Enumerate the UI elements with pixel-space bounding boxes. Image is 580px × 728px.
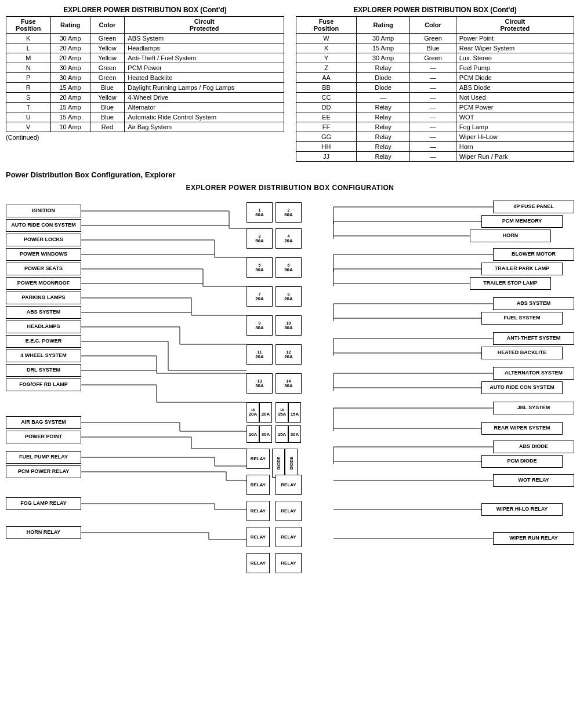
table-row: AADiode—PCM Diode (296, 73, 574, 83)
table-row: ZRelay—Fuel Pump (296, 63, 574, 73)
table-row: V10 AmpRedAir Bag System (6, 122, 284, 132)
fuse-4: 420A (276, 228, 302, 249)
table-row: FFRelay—Fog Lamp (296, 122, 574, 132)
fuse-r3: 15A (276, 425, 288, 443)
label-horn-relay: HORN RELAY (6, 526, 81, 539)
left-col-rating: Rating (50, 17, 90, 34)
fuse-12: 1220A (276, 344, 302, 365)
fuse-14: 1430A (276, 373, 302, 394)
table-row: K30 AmpGreenABS System (6, 34, 284, 43)
table-row: DDRelay—PCM Power (296, 103, 574, 112)
fuse-16: 1615A (276, 402, 288, 423)
right-col-fuse: FusePosition (296, 17, 357, 34)
fuse-3: 350A (246, 228, 273, 249)
continued-label: (Continued) (6, 134, 284, 141)
label-rear-wiper: REAR WIPER SYSTEM (481, 422, 563, 435)
fuse-1: 160A (246, 202, 273, 223)
diode-1: DIODE (272, 449, 285, 478)
fuse-5: 530A (246, 257, 273, 278)
table-row: W30 AmpGreenPower Point (296, 34, 574, 43)
fuse-11: 1120A (246, 344, 273, 365)
table-row: R15 AmpBlueDaylight Running Lamps / Fog … (6, 83, 284, 93)
fuse-2: 260A (276, 202, 302, 223)
fuse-r1: 10A (246, 425, 259, 443)
right-table-title: EXPLORER POWER DISTRIBUTION BOX (Cont'd) (296, 6, 574, 14)
table-row: HHRelay—Horn (296, 142, 574, 152)
fuse-r4: 30A (288, 425, 301, 443)
section-title: Power Distribution Box Configuration, Ex… (6, 170, 574, 179)
relay-wot: RELAY (276, 475, 302, 495)
label-abs-system: ABS SYSTEM (6, 306, 81, 319)
table-row: CC——Not Used (296, 93, 574, 103)
table-row: X15 AmpBlueRear Wiper System (296, 43, 574, 53)
relay-wiper-hilo: RELAY (276, 501, 302, 521)
label-jbl: JBL SYSTEM (493, 402, 574, 414)
right-table-container: EXPLORER POWER DISTRIBUTION BOX (Cont'd)… (296, 6, 574, 162)
label-ip-fuse-panel: I/P FUSE PANEL (493, 201, 574, 213)
label-pcm-diode: PCM DIODE (481, 455, 563, 468)
left-table-title: EXPLORER POWER DISTRIBUTION BOX (Cont'd) (6, 6, 284, 14)
label-blower-motor: BLOWER MOTOR (493, 248, 574, 261)
label-drl: DRL SYSTEM (6, 364, 81, 377)
label-wiper-hilo: WIPER HI-LO RELAY (481, 503, 563, 516)
label-fog-off-rd: FOG/OFF RD LAMP (6, 378, 81, 391)
table-row: T15 AmpBlueAlternator (6, 103, 284, 112)
table-row: JJRelay—Wiper Run / Park (296, 152, 574, 162)
left-col-circuit: CircuitProtected (125, 17, 284, 34)
left-col-fuse: FusePosition (6, 17, 51, 34)
fuse-13: 1330A (246, 373, 273, 394)
diode-2: DIODE (285, 449, 298, 478)
label-power-seats: POWER SEATS (6, 263, 81, 275)
label-headlamps: HEADLAMPS (6, 321, 81, 333)
label-wot-relay: WOT RELAY (493, 474, 574, 487)
table-row: M20 AmpYellowAnti-Theft / Fuel System (6, 53, 284, 63)
label-anti-theft: ANTI-THEFT SYSTEM (493, 332, 574, 345)
label-trailer-stop: TRAILER STOP LAMP (470, 277, 551, 290)
fuse-r2: 30A (259, 425, 272, 443)
label-auto-ride-right: AUTO RIDE CON SYSTEM (481, 381, 563, 394)
label-fog-lamp-relay: FOG LAMP RELAY (6, 497, 81, 510)
label-parking-lamps: PARKING LAMPS (6, 292, 81, 304)
fuse-15b: 20A (259, 402, 272, 423)
label-power-locks: POWER LOCKS (6, 234, 81, 246)
relay-wiper-run: RELAY (276, 527, 302, 547)
label-horn: HORN (470, 230, 551, 242)
label-alternator: ALTERNATOR SYSTEM (493, 367, 574, 380)
label-auto-ride: AUTO RIDE CON SYSTEM (6, 219, 81, 232)
table-row: GGRelay—Wiper Hi-Low (296, 132, 574, 142)
fuse-6: 650A (276, 257, 302, 278)
table-row: U15 AmpBlueAutomatic Ride Control System (6, 112, 284, 122)
relay-fog: RELAY (246, 501, 270, 521)
table-row: P30 AmpGreenHeated Backlite (6, 73, 284, 83)
label-4-wheel: 4 WHEEL SYSTEM (6, 350, 81, 362)
label-fuel-pump-relay: FUEL PUMP RELAY (6, 451, 81, 464)
label-abs-right: ABS SYSTEM (493, 297, 574, 310)
relay-pcm: RELAY (246, 475, 270, 495)
label-eec-power: E.E.C. POWER (6, 335, 81, 348)
label-wiper-run: WIPER RUN RELAY (493, 532, 574, 545)
label-pcm-memory: PCM MEMEORY (481, 215, 563, 228)
fuse-16b: 15A (288, 402, 301, 423)
label-ignition: IGNITION (6, 205, 81, 217)
fuse-8: 820A (276, 286, 302, 307)
top-tables: EXPLORER POWER DISTRIBUTION BOX (Cont'd)… (6, 6, 574, 162)
right-col-circuit: CircuitProtected (456, 17, 574, 34)
left-col-color: Color (90, 17, 125, 34)
label-power-point: POWER POINT (6, 431, 81, 443)
label-abs-diode: ABS DIODE (493, 441, 574, 453)
table-row: BBDiode—ABS Diode (296, 83, 574, 93)
left-table-container: EXPLORER POWER DISTRIBUTION BOX (Cont'd)… (6, 6, 284, 162)
diagram-title: EXPLORER POWER DISTRIBUTION BOX CONFIGUR… (6, 184, 574, 192)
right-col-rating: Rating (356, 17, 409, 34)
label-fuel-system: FUEL SYSTEM (481, 312, 563, 325)
relay-extra2: RELAY (276, 553, 302, 573)
fuse-9: 930A (246, 315, 273, 336)
fuse-10: 1030A (276, 315, 302, 336)
left-table: FusePosition Rating Color CircuitProtect… (6, 16, 284, 132)
fuse-7: 720A (246, 286, 273, 307)
label-heated-backlite: HEATED BACKLITE (481, 347, 563, 359)
label-power-windows: POWER WINDOWS (6, 248, 81, 261)
table-row: EERelay—WOT (296, 112, 574, 122)
label-pcm-power-relay: PCM POWER RELAY (6, 465, 81, 478)
fuse-15: 1520A (246, 402, 259, 423)
